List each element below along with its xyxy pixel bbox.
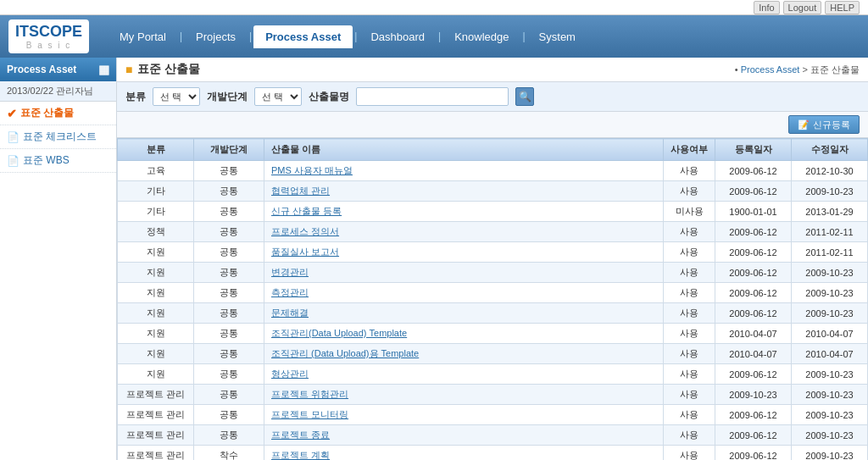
check-icon: ✔	[7, 107, 17, 120]
cell-name[interactable]: 품질실사 보고서	[264, 242, 664, 263]
cell-stage: 공통	[194, 364, 264, 385]
cell-name[interactable]: 프로세스 정의서	[264, 222, 664, 242]
cell-reg: 2009-06-12	[715, 425, 792, 446]
cell-use: 사용	[664, 385, 715, 405]
filter-bar: 분류 선 택 개발단계 선 택 산출물명 🔍	[117, 82, 868, 112]
cell-reg: 2009-06-12	[715, 242, 792, 263]
cell-name[interactable]: PMS 사용자 매뉴얼	[264, 161, 664, 181]
table-row: 기타 공통 협력업체 관리 사용 2009-06-12 2009-10-23	[118, 181, 868, 202]
logout-button[interactable]: Logout	[783, 1, 822, 14]
search-button[interactable]: 🔍	[515, 87, 534, 106]
cell-name[interactable]: 협력업체 관리	[264, 181, 664, 202]
cell-stage: 공통	[194, 222, 264, 242]
sidebar-item-standard-output[interactable]: ✔ 표준 산출물	[0, 102, 116, 125]
cell-category: 지원	[118, 242, 194, 263]
cell-category: 지원	[118, 324, 194, 344]
cell-use: 사용	[664, 222, 715, 242]
cell-reg: 2009-06-12	[715, 283, 792, 303]
cell-category: 고육	[118, 161, 194, 181]
nav-sep-3: |	[354, 30, 357, 42]
cell-stage: 공통	[194, 161, 264, 181]
cell-name[interactable]: 조직관리(Data Upload) Template	[264, 324, 664, 344]
category-label: 분류	[125, 90, 146, 104]
asset-table: 분류 개발단계 산출물 이름 사용여부 등록일자 수정일자 고육 공통 PMS …	[117, 138, 868, 460]
cell-stage: 공통	[194, 242, 264, 263]
th-mod: 수정일자	[792, 139, 868, 161]
table-row: 지원 공통 변경관리 사용 2009-06-12 2009-10-23	[118, 263, 868, 283]
cell-stage: 공통	[194, 405, 264, 425]
cell-stage: 착수	[194, 446, 264, 461]
nav-projects[interactable]: Projects	[184, 25, 248, 48]
cell-reg: 2009-06-12	[715, 446, 792, 461]
info-button[interactable]: Info	[754, 1, 779, 14]
cell-stage: 공통	[194, 283, 264, 303]
cell-stage: 공통	[194, 324, 264, 344]
cell-mod: 2011-02-11	[792, 222, 868, 242]
nav-sep-4: |	[438, 30, 441, 42]
cell-use: 사용	[664, 303, 715, 324]
sidebar-item-standard-checklist[interactable]: 📄 표준 체크리스트	[0, 125, 116, 149]
table-row: 프로젝트 관리 착수 프로젝트 계획 사용 2009-06-12 2009-10…	[118, 446, 868, 461]
nav-my-portal[interactable]: My Portal	[108, 25, 178, 48]
header: ITSCOPE B a s i c My Portal | Projects |…	[0, 15, 868, 58]
table-row: 지원 공통 형상관리 사용 2009-06-12 2009-10-23	[118, 364, 868, 385]
breadcrumb-bar: ■ 표준 산출물 • Process Asset > 표준 산출물	[117, 58, 868, 82]
cell-mod: 2009-10-23	[792, 263, 868, 283]
cell-stage: 공통	[194, 425, 264, 446]
cell-reg: 2009-06-12	[715, 181, 792, 202]
cell-stage: 공통	[194, 385, 264, 405]
nav-sep-2: |	[249, 30, 252, 42]
table-row: 고육 공통 PMS 사용자 매뉴얼 사용 2009-06-12 2012-10-…	[118, 161, 868, 181]
cell-use: 사용	[664, 446, 715, 461]
nav-system[interactable]: System	[527, 25, 587, 48]
cell-category: 지원	[118, 263, 194, 283]
cell-mod: 2009-10-23	[792, 405, 868, 425]
cell-mod: 2012-10-30	[792, 161, 868, 181]
cell-reg: 2009-06-12	[715, 263, 792, 283]
cell-name[interactable]: 측정관리	[264, 283, 664, 303]
cell-mod: 2009-10-23	[792, 303, 868, 324]
new-register-button[interactable]: 📝 신규등록	[788, 115, 860, 134]
nav-knowledge[interactable]: Knowledge	[442, 25, 520, 48]
cell-name[interactable]: 프로젝트 모니터링	[264, 405, 664, 425]
sidebar: Process Asset ▦ 2013/02/22 관리자님 ✔ 표준 산출물…	[0, 58, 117, 460]
page-title-icon: ■	[125, 63, 132, 76]
stage-select[interactable]: 선 택	[254, 87, 302, 106]
sidebar-label-standard-checklist: 표준 체크리스트	[23, 130, 97, 144]
cell-category: 프로젝트 관리	[118, 385, 194, 405]
cell-stage: 공통	[194, 181, 264, 202]
table-row: 지원 공통 측정관리 사용 2009-06-12 2009-10-23	[118, 283, 868, 303]
category-select[interactable]: 선 택	[153, 87, 200, 106]
cell-reg: 2009-06-12	[715, 405, 792, 425]
table-row: 프로젝트 관리 공통 프로젝트 모니터링 사용 2009-06-12 2009-…	[118, 405, 868, 425]
sidebar-title: Process Asset	[7, 64, 76, 75]
th-reg: 등록일자	[715, 139, 792, 161]
th-name: 산출물 이름	[264, 139, 664, 161]
cell-mod: 2011-02-11	[792, 242, 868, 263]
cell-name[interactable]: 형상관리	[264, 364, 664, 385]
nav-process-asset[interactable]: Process Asset	[253, 25, 353, 48]
cell-stage: 공통	[194, 344, 264, 364]
table-row: 지원 공통 조직관리(Data Upload) Template 사용 2010…	[118, 324, 868, 344]
cell-name[interactable]: 변경관리	[264, 263, 664, 283]
cell-name[interactable]: 신규 산출물 등록	[264, 202, 664, 222]
cell-name[interactable]: 프로젝트 종료	[264, 425, 664, 446]
cell-mod: 2009-10-23	[792, 385, 868, 405]
nav-dashboard[interactable]: Dashboard	[359, 25, 437, 48]
breadcrumb-link[interactable]: Process Asset	[741, 64, 800, 75]
cell-category: 기타	[118, 202, 194, 222]
cell-category: 지원	[118, 344, 194, 364]
cell-name[interactable]: 문제해결	[264, 303, 664, 324]
cell-name[interactable]: 조직관리 (Data Upload)용 Template	[264, 344, 664, 364]
table-container: 분류 개발단계 산출물 이름 사용여부 등록일자 수정일자 고육 공통 PMS …	[117, 138, 868, 460]
page-title-area: ■ 표준 산출물	[125, 62, 200, 77]
name-input[interactable]	[356, 87, 509, 106]
sidebar-item-standard-wbs[interactable]: 📄 표준 WBS	[0, 149, 116, 173]
help-button[interactable]: HELP	[825, 1, 860, 14]
table-row: 프로젝트 관리 공통 프로젝트 위험관리 사용 2009-10-23 2009-…	[118, 385, 868, 405]
cell-name[interactable]: 프로젝트 위험관리	[264, 385, 664, 405]
cell-name[interactable]: 프로젝트 계획	[264, 446, 664, 461]
cell-use: 사용	[664, 161, 715, 181]
table-row: 프로젝트 관리 공통 프로젝트 종료 사용 2009-06-12 2009-10…	[118, 425, 868, 446]
cell-category: 지원	[118, 364, 194, 385]
